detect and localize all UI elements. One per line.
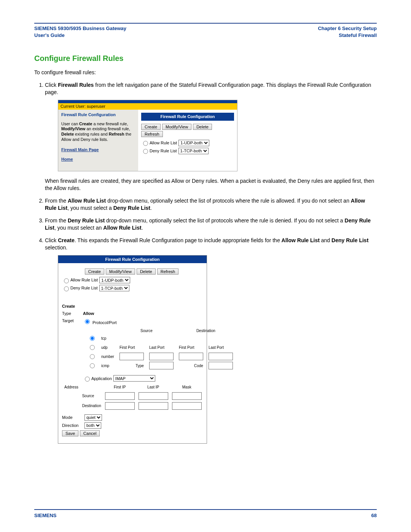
icmp-code-label: Code [177,361,206,370]
save-button[interactable]: Save [62,430,78,436]
deny-rule-radio[interactable] [64,286,69,291]
number-label: number [99,352,116,361]
first-port-src-h: First Port [117,343,146,352]
modify-view-button[interactable]: Modify/View [162,124,191,130]
header: SIEMENS 5930/5935 Business Gateway User'… [34,25,377,39]
page: SIEMENS 5930/5935 Business Gateway User'… [0,0,411,532]
deny-rule-select[interactable]: 1-TCP-both [178,148,209,154]
deny-rule-row: Deny Rule List 1-TCP-both [62,285,203,291]
icmp-type-label: Type [117,361,146,370]
window-titlebar [58,100,237,103]
allow-rule-select[interactable]: 1-UDP-both [178,140,209,146]
step1-followup: When firewall rules are created, they ar… [45,177,377,192]
dst-last-port-input[interactable] [209,353,233,360]
deny-rule-label: Deny Rule List [70,285,98,291]
target-label: Target [62,318,83,324]
footer-page: 68 [371,513,377,518]
create-heading: Create [62,304,203,309]
dst-last-ip-input[interactable] [139,402,168,410]
mode-select[interactable]: quiet [84,414,102,421]
screenshot-firewall-rule-create: Firewall Rule Configuration CreateModify… [58,255,207,444]
step-1: Click Firewall Rules from the left navig… [45,81,377,192]
deny-rule-radio[interactable] [143,149,148,154]
step-2: From the Allow Rule List drop-down menu,… [45,197,377,212]
dst-mask-input[interactable] [172,402,202,410]
allow-rule-row: Allow Rule List 1-UDP-both [141,140,234,146]
deny-rule-select[interactable]: 1-TCP-both [99,285,129,291]
footer-rule [34,509,377,510]
direction-select[interactable]: both [84,422,101,429]
tcp-label: tcp [99,334,116,343]
tcp-radio[interactable] [90,336,95,341]
sidebar-panel: Firewall Rule Configuration User can Cre… [58,110,138,171]
modify-view-button[interactable]: Modify/View [106,268,135,275]
sidebar-title: Firewall Rule Configuration [61,112,135,118]
create-button[interactable]: Create [141,124,161,130]
create-button[interactable]: Create [85,268,104,275]
doc-title: SIEMENS 5930/5935 Business Gateway [34,25,126,32]
create-section: Create TypeAllow Target Protocol/Port So… [62,304,203,436]
step-3: From the Deny Rule List drop-down menu, … [45,217,377,232]
allow-rule-radio[interactable] [64,278,69,283]
allow-rule-row: Allow Rule List 1-UDP-both [62,277,203,283]
direction-label: Direction [62,423,83,428]
protocol-grid: Source Destination tcp udp [85,327,236,371]
header-left: SIEMENS 5930/5935 Business Gateway User'… [34,25,126,39]
panel-title: Firewall Rule Configuration [141,113,234,121]
last-port-src-h: Last Port [147,343,176,352]
link-firewall-main[interactable]: Firewall Main Page [61,147,99,153]
addr-source-label: Source [81,391,103,401]
button-row: CreateModify/ViewDeleteRefresh [141,123,234,137]
doc-subtitle: User's Guide [34,32,126,39]
application-radio[interactable] [85,377,90,382]
type-value: Allow [83,311,94,316]
config-panel: Firewall Rule Configuration CreateModify… [138,110,237,171]
deny-rule-row: Deny Rule List 1-TCP-both [141,148,234,154]
allow-rule-radio[interactable] [143,141,148,146]
type-label: Type [62,311,83,316]
deny-rule-label: Deny Rule List [150,148,177,154]
src-first-port-input[interactable] [119,353,144,360]
udp-radio[interactable] [90,345,95,350]
src-first-ip-input[interactable] [105,392,135,400]
src-last-port-input[interactable] [149,353,174,360]
dst-first-ip-input[interactable] [105,402,135,410]
allow-rule-label: Allow Rule List [150,140,177,146]
chapter-title: Chapter 6 Security Setup [318,25,377,32]
footer: SIEMENS 68 [34,513,377,518]
panel-title: Firewall Rule Configuration [58,256,207,264]
allow-rule-label: Allow Rule List [70,277,98,283]
protocol-port-radio[interactable] [85,319,90,324]
header-right: Chapter 6 Security Setup Stateful Firewa… [318,25,377,39]
step-list: Click Firewall Rules from the left navig… [45,81,377,444]
header-rule [34,23,377,24]
step-4: Click Create. This expands the Firewall … [45,237,377,444]
sidebar-help-text: User can Create a new firewall rule, Mod… [61,121,135,142]
mask-h: Mask [170,384,203,391]
last-ip-h: Last IP [137,384,170,391]
dst-first-port-input[interactable] [179,353,203,360]
cancel-button[interactable]: Cancel [80,430,100,436]
icmp-type-input[interactable] [149,362,174,369]
refresh-button[interactable]: Refresh [157,268,179,275]
screenshot-firewall-rule-config: Current User: superuser Firewall Rule Co… [58,100,237,171]
section-heading: Configure Firewall Rules [34,54,377,63]
col-destination: Destination [177,328,235,334]
src-last-ip-input[interactable] [139,392,168,400]
refresh-button[interactable]: Refresh [141,131,163,137]
link-home[interactable]: Home [61,157,73,162]
address-table: Address First IP Last IP Mask Source [62,383,204,411]
first-ip-h: First IP [104,384,136,391]
icmp-radio[interactable] [90,363,95,368]
addr-dest-label: Destination [81,401,103,411]
icmp-label: icmp [99,361,116,370]
icmp-code-input[interactable] [209,362,233,369]
delete-button[interactable]: Delete [137,268,156,275]
number-radio[interactable] [90,354,95,359]
footer-brand: SIEMENS [34,513,57,518]
delete-button[interactable]: Delete [193,124,212,130]
src-mask-input[interactable] [172,392,202,400]
current-user-bar: Current User: superuser [58,103,237,110]
allow-rule-select[interactable]: 1-UDP-both [99,277,130,283]
application-select[interactable]: IMAP [113,375,155,382]
